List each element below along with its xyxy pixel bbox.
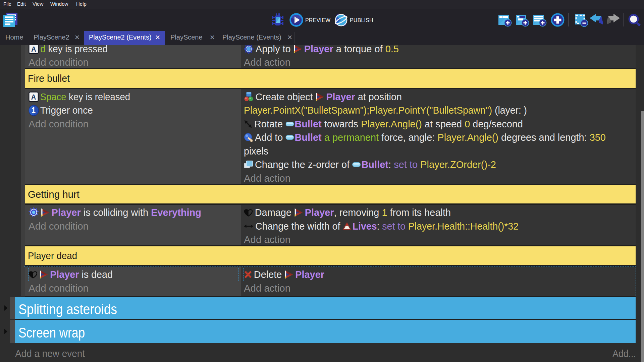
svg-text:A: A — [31, 93, 36, 101]
svg-text:A: A — [31, 45, 36, 53]
svg-text:1: 1 — [32, 106, 36, 115]
